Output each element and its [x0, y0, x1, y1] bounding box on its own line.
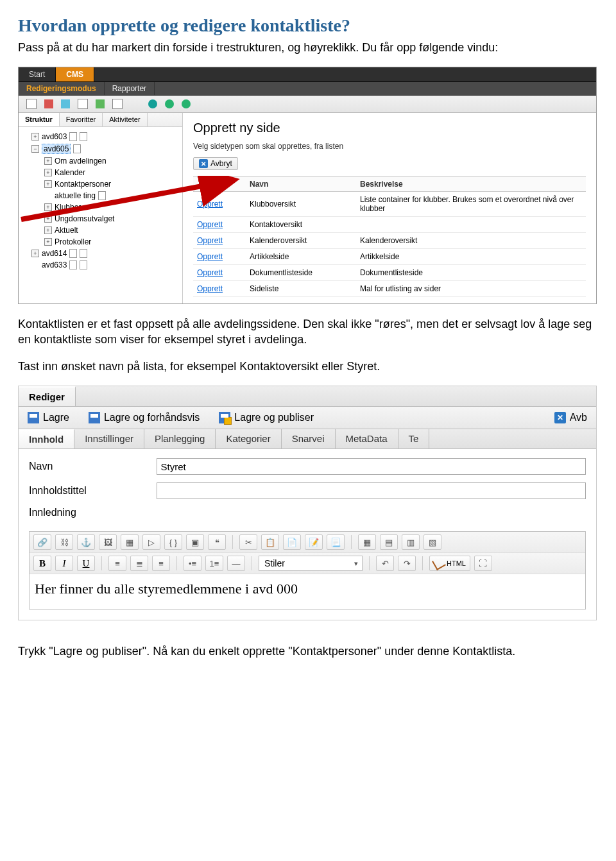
hr-icon[interactable]: — — [227, 556, 245, 571]
globe-icon-1[interactable] — [148, 99, 157, 108]
tab-te[interactable]: Te — [398, 429, 430, 448]
underline-button[interactable]: U — [77, 556, 95, 571]
align-center-icon[interactable]: ≣ — [130, 556, 148, 571]
paste-icon[interactable] — [96, 99, 105, 108]
copy-icon[interactable] — [78, 99, 88, 109]
opprett-link[interactable]: Opprett — [197, 200, 223, 209]
align-left-icon[interactable]: ≡ — [108, 556, 126, 571]
italic-button[interactable]: I — [55, 556, 73, 571]
styles-select[interactable]: Stiler — [259, 556, 363, 571]
new-page-icon[interactable] — [26, 99, 37, 109]
page-icon — [80, 132, 87, 141]
row-del-icon[interactable]: ▥ — [402, 534, 420, 550]
cut-icon[interactable]: ✂ — [239, 534, 257, 550]
gallery-icon[interactable]: ▣ — [186, 534, 204, 550]
lagre-publiser-button[interactable]: Lagre og publiser — [214, 409, 319, 426]
tree-node-protokoller[interactable]: + Protokoller — [21, 236, 180, 248]
tab-innhold[interactable]: Innhold — [19, 429, 74, 448]
unlink-icon[interactable]: ⛓ — [55, 534, 73, 550]
tab-metadata[interactable]: MetaData — [336, 429, 398, 448]
input-navn[interactable] — [157, 458, 586, 475]
expand-icon[interactable]: + — [44, 180, 52, 188]
tree-tab-favoritter[interactable]: Favoritter — [60, 113, 103, 126]
paste-icon[interactable]: 📄 — [283, 534, 301, 550]
misc-icon[interactable] — [112, 99, 123, 109]
table-icon[interactable]: ▦ — [358, 534, 376, 550]
collapse-icon[interactable]: − — [31, 145, 39, 153]
mid-text-2: Kontaktlisten er et fast oppsett på alle… — [18, 316, 598, 348]
align-right-icon[interactable]: ≡ — [152, 556, 170, 571]
subtab-rapporter[interactable]: Rapporter — [105, 82, 155, 95]
anchor-icon[interactable]: ⚓ — [77, 534, 95, 550]
tab-planlegging[interactable]: Planlegging — [144, 429, 216, 448]
opprett-link[interactable]: Opprett — [197, 252, 223, 261]
tab-start[interactable]: Start — [19, 67, 56, 81]
tab-kategorier[interactable]: Kategorier — [216, 429, 281, 448]
bold-button[interactable]: B — [33, 556, 51, 571]
tree-node-avd614[interactable]: + avd614 — [21, 248, 180, 259]
lagre-button[interactable]: Lagre — [22, 409, 74, 426]
html-button[interactable]: HTML — [429, 556, 470, 571]
input-innholdstittel[interactable] — [157, 482, 586, 499]
expand-icon[interactable]: + — [44, 157, 52, 165]
expand-icon[interactable]: + — [44, 226, 52, 234]
media-icon[interactable]: ▦ — [121, 534, 139, 550]
expand-icon[interactable]: + — [31, 250, 39, 257]
tab-innstillinger[interactable]: Innstillinger — [74, 429, 144, 448]
page-icon — [98, 191, 106, 200]
tree-label: Aktuelt — [55, 226, 78, 235]
code-icon[interactable]: { } — [164, 534, 182, 550]
tab-snarvei[interactable]: Snarvei — [282, 429, 336, 448]
tab-cms[interactable]: CMS — [56, 67, 94, 81]
paste-word-icon[interactable]: 📃 — [327, 534, 345, 550]
bullet-list-icon[interactable]: •≡ — [184, 556, 201, 571]
opprett-link[interactable]: Opprett — [197, 236, 223, 245]
tree-node-aktuelt[interactable]: + Aktuelt — [21, 225, 180, 236]
expand-icon[interactable]: + — [44, 203, 52, 211]
label-innholdstittel: Innholdstittel — [29, 485, 157, 497]
row-add-icon[interactable]: ▤ — [380, 534, 398, 550]
tab-rediger[interactable]: Rediger — [19, 386, 76, 406]
expand-icon[interactable]: + — [31, 133, 39, 141]
tree-node-aktuelle-ting[interactable]: aktuelle ting — [21, 190, 180, 201]
tree-node-kalender[interactable]: + Kalender — [21, 167, 180, 178]
delete-icon[interactable] — [44, 99, 53, 108]
cut-icon[interactable] — [61, 99, 70, 108]
expand-icon[interactable]: + — [44, 169, 52, 176]
subtab-redigeringsmodus[interactable]: Redigeringsmodus — [19, 82, 105, 95]
embed-icon[interactable]: ▷ — [142, 534, 160, 550]
tree-tab-struktur[interactable]: Struktur — [19, 113, 60, 126]
tree-node-ungdomsutvalget[interactable]: + Ungdomsutvalget — [21, 213, 180, 225]
rte-content-area[interactable]: Her finner du alle styremedlemmene i avd… — [30, 574, 585, 609]
image-icon[interactable]: 🖼 — [99, 534, 117, 550]
col-icon[interactable]: ▧ — [424, 534, 441, 550]
avbryt-button[interactable]: ✕ Avb — [549, 409, 592, 426]
tree-node-kontaktpersoner[interactable]: + Kontaktpersoner — [21, 178, 180, 190]
row-navn: Klubboversikt — [246, 192, 356, 217]
expand-icon[interactable]: + — [44, 215, 52, 223]
tree-node-avd603[interactable]: + avd603 — [21, 131, 180, 142]
globe-icon-2[interactable] — [165, 99, 174, 108]
tree-node-klubber[interactable]: + Klubber — [21, 201, 180, 213]
quote-icon[interactable]: ❝ — [208, 534, 226, 550]
lagre-forhandsvis-button[interactable]: Lagre og forhåndsvis — [83, 409, 205, 426]
avbryt-button[interactable]: ✕ Avbryt — [193, 157, 238, 170]
opprett-link[interactable]: Opprett — [197, 268, 223, 277]
opprett-link[interactable]: Opprett — [197, 284, 223, 293]
globe-icon-3[interactable] — [182, 99, 191, 108]
rich-text-editor: 🔗 ⛓ ⚓ 🖼 ▦ ▷ { } ▣ ❝ ✂ 📋 📄 📝 📃 ▦ ▤ ▥ ▧ — [29, 531, 586, 610]
tree-node-avd605[interactable]: − avd605 — [21, 142, 180, 155]
undo-icon[interactable]: ↶ — [376, 556, 394, 571]
numbered-list-icon[interactable]: 1≡ — [205, 556, 223, 571]
fullscreen-icon[interactable]: ⛶ — [474, 556, 492, 571]
tree-tab-aktiviteter[interactable]: Aktiviteter — [103, 113, 147, 126]
tree-node-avd633[interactable]: avd633 — [21, 259, 180, 271]
expand-icon[interactable]: + — [44, 238, 52, 246]
label-navn: Navn — [29, 461, 157, 472]
copy-icon[interactable]: 📋 — [261, 534, 279, 550]
opprett-link[interactable]: Opprett — [197, 220, 223, 229]
redo-icon[interactable]: ↷ — [398, 556, 416, 571]
tree-node-om-avdelingen[interactable]: + Om avdelingen — [21, 155, 180, 167]
paste-text-icon[interactable]: 📝 — [305, 534, 323, 550]
link-icon[interactable]: 🔗 — [33, 534, 51, 550]
